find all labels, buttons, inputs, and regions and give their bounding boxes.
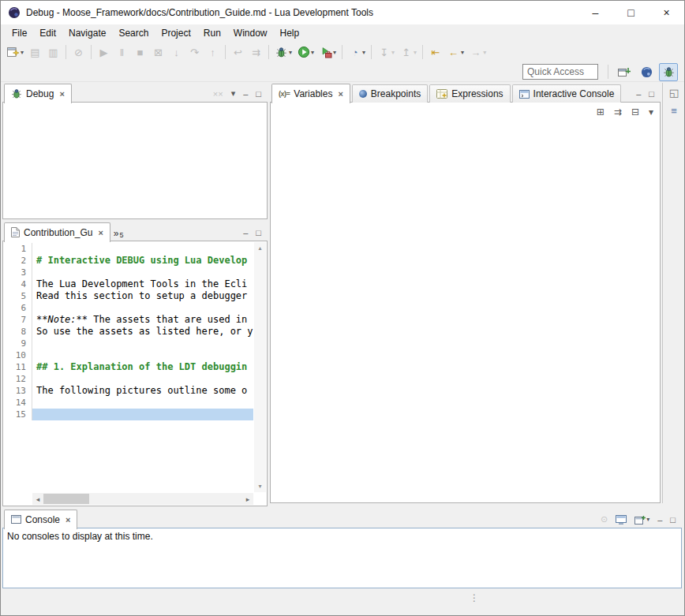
open-console-button[interactable]: ▾ [634,515,649,525]
editor-line[interactable]: 4The Lua Development Tools in the Ecli [4,278,253,290]
editor-line[interactable]: 11## 1. Explanation of the LDT debuggin [4,361,253,373]
variables-content[interactable]: ⊞⇉⊟▾ [270,102,661,503]
menu-help[interactable]: Help [274,26,306,40]
external-tools-button[interactable]: ▾ [317,43,338,61]
menu-search[interactable]: Search [112,26,155,40]
menu-run[interactable]: Run [197,26,227,40]
line-number[interactable]: 6 [4,302,32,314]
close-icon[interactable]: × [59,89,64,99]
step-return-button[interactable]: ↑ [204,43,221,61]
editor-line[interactable]: 8So use the assets as listed here, or y [4,326,253,338]
dropdown-arrow-icon[interactable]: ▾ [311,49,314,56]
menu-project[interactable]: Project [155,26,197,40]
resume-button[interactable]: ▶ [95,43,112,61]
menu-file[interactable]: File [6,26,33,40]
dropdown-arrow-icon[interactable]: ▾ [362,49,365,56]
menu-window[interactable]: Window [227,26,274,40]
dropdown-arrow-icon[interactable]: ▾ [21,49,24,56]
tab-interactive-console[interactable]: Interactive Console [512,84,622,103]
menu-edit[interactable]: Edit [33,26,62,40]
run-button[interactable]: ▾ [295,43,316,61]
line-number[interactable]: 2 [4,255,32,267]
minimize-view-button[interactable]: – [657,515,662,525]
step-over-button[interactable]: ↷ [186,43,203,61]
editor-line[interactable]: 10 [4,349,253,361]
sash-grip[interactable]: ⋮ [470,592,479,603]
tab-console[interactable]: Console × [4,510,77,529]
line-number[interactable]: 3 [4,267,32,278]
drop-to-frame-button[interactable]: ↩ [230,43,246,61]
next-annotation-button[interactable]: ↧▾ [376,43,396,61]
editor-lines[interactable]: 12# Interactive DEBUG using Lua Develop3… [4,243,253,492]
save-all-button[interactable]: ▥ [45,43,62,61]
tab-variables[interactable]: (x)= Variables × [271,84,350,103]
editor-line[interactable]: 15 [4,409,253,420]
dropdown-arrow-icon[interactable]: ▾ [414,49,417,56]
editor-line[interactable]: 9 [4,338,253,349]
tab-breakpoints[interactable]: Breakpoints [352,84,428,103]
vertical-scrollbar[interactable]: ▴ ▾ [254,242,266,492]
minimize-view-button[interactable]: – [243,89,248,99]
minimize-view-button[interactable]: – [243,228,248,237]
last-edit-location-button[interactable]: ⇤ [427,43,444,61]
editor-line[interactable]: 1 [4,243,253,255]
view-menu-button[interactable]: ▾ [231,88,236,99]
maximize-view-button[interactable]: □ [670,515,676,525]
tab-expressions[interactable]: Expressions [429,84,510,103]
scroll-up-icon[interactable]: ▴ [258,242,261,254]
line-number[interactable]: 12 [4,373,32,385]
dropdown-arrow-icon[interactable]: ▾ [461,49,464,56]
previous-annotation-button[interactable]: ↥▾ [398,43,418,61]
dropdown-arrow-icon[interactable]: ▾ [333,49,336,56]
maximize-view-button[interactable]: □ [256,89,261,99]
debug-perspective-button[interactable] [659,63,678,81]
horizontal-scrollbar[interactable]: ◂ ▸ [32,493,253,505]
step-into-button[interactable]: ↓ [168,43,185,61]
forward-button[interactable]: →▾ [467,43,488,61]
restore-minimized-views-button[interactable]: ◱ [669,87,679,99]
close-icon[interactable]: × [98,228,103,237]
show-type-names-button[interactable]: ⊞ [597,106,605,118]
show-logical-structures-button[interactable]: ⇉ [614,106,622,118]
tab-contribution-guide[interactable]: Contribution_Gu × [4,222,110,242]
editor-line[interactable]: 7**Note:** The assets that are used in [4,314,253,326]
line-number[interactable]: 15 [4,409,32,420]
line-number[interactable]: 4 [4,278,32,290]
line-number[interactable]: 9 [4,338,32,349]
display-console-button[interactable] [616,515,627,525]
scroll-left-icon[interactable]: ◂ [32,495,43,503]
view-menu-button[interactable]: ▾ [649,106,653,118]
editor-content[interactable]: 12# Interactive DEBUG using Lua Develop3… [2,241,268,506]
lua-perspective-button[interactable] [637,63,656,81]
editor-line[interactable]: 12 [4,373,253,385]
close-icon[interactable]: × [66,515,70,525]
line-number[interactable]: 10 [4,349,32,361]
dropdown-arrow-icon[interactable]: ▾ [483,49,486,56]
remove-terminated-button[interactable]: ×× [213,89,223,99]
skip-breakpoints-button[interactable]: ⊘ [70,43,87,61]
close-button[interactable]: × [649,1,684,24]
maximize-button[interactable]: □ [613,1,649,24]
line-number[interactable]: 8 [4,326,32,338]
dropdown-arrow-icon[interactable]: ▾ [646,516,649,523]
minimize-view-button[interactable]: – [636,89,641,99]
save-button[interactable]: ▤ [27,43,43,61]
minimize-button[interactable]: – [578,1,613,24]
editor-tab-overflow[interactable]: » 5 [112,228,127,241]
terminate-button[interactable]: ■ [132,43,148,61]
tab-debug[interactable]: Debug × [4,84,72,103]
line-number[interactable]: 11 [4,361,32,373]
debug-view-content[interactable] [2,102,268,219]
editor-line[interactable]: 5Read this section to setup a debugger [4,290,253,302]
profile-button[interactable]: ◔▾ [346,43,367,61]
new-wizard-button[interactable]: ▾ [5,43,25,61]
editor-line[interactable]: 14 [4,397,253,409]
console-content[interactable]: No consoles to display at this time. [2,528,682,588]
dropdown-arrow-icon[interactable]: ▾ [289,49,292,56]
debug-button[interactable]: ▾ [273,43,294,61]
close-icon[interactable]: × [338,89,342,99]
editor-line[interactable]: 6 [4,302,253,314]
step-filters-button[interactable]: ⇉ [248,43,264,61]
disconnect-button[interactable]: ⊠ [150,43,167,61]
menu-navigate[interactable]: Navigate [62,26,112,40]
